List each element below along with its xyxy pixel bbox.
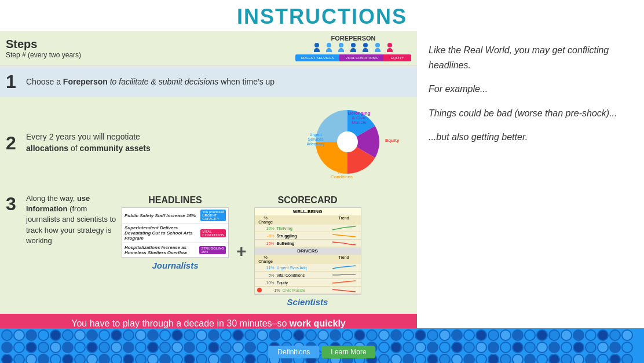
cat-vital: VITAL CONDITIONS [339,54,383,61]
footer-circles: Definitions Learn More [0,328,644,363]
right-text-2: For example... [429,82,632,97]
step2-row: 2 Every 2 years you will negotiatealloca… [0,98,417,188]
sc-row-struggling: -8% Struggling [255,232,361,240]
step1-row: 1 Choose a Foreperson to facilitate & su… [0,67,417,97]
cat-urgent: URGENT SERVICES [295,54,339,61]
tab-learn-more[interactable]: Learn More [321,346,375,358]
svg-text:Urgent: Urgent [309,133,321,137]
headline-badge-2: VITALCONDITIONS [200,229,226,237]
headlines-column: HEADLINES Public Safety Staff Increase 1… [122,193,229,273]
steps-title: Steps [6,38,81,51]
svg-text:Conditions: Conditions [331,174,353,179]
step3-content: Along the way, use information (from jou… [26,193,122,246]
headlines-title: HEADLINES [122,193,229,207]
left-panel: Steps Step # (every two years) FOREPERSO… [0,31,417,331]
person-icon-1 [312,43,322,53]
steps-header: Steps Step # (every two years) FOREPERSO… [0,31,417,65]
person-icon-3 [336,43,346,53]
headline-item-2: Superintendent Delivers Devastating Cut … [122,223,228,243]
sc-drivers: DRIVERS [255,247,361,255]
sc-row-vital: 5% Vital Conditions [255,272,361,279]
step2-number: 2 [6,133,26,154]
sc-row-suffering: -15% Suffering [255,240,361,247]
sc-row-thriving: 10% Thriving [255,225,361,232]
right-text-4: ...but also getting better. [429,130,632,145]
headline-item-1: Public Safety Staff Increase 15% You pri… [122,208,228,223]
step3-center: HEADLINES Public Safety Staff Increase 1… [122,193,411,309]
scorecard-box: WELL-BEING % Change Trend 10% Thriving [254,207,361,295]
person-icon-7 [385,43,395,53]
sc-row-equity: 10% Equity [255,279,361,287]
person-icon-2 [324,43,334,53]
footer-tabs: Definitions Learn More [268,346,375,358]
bottom-text: You have to play through a decade in 30 … [71,318,346,328]
scorecard-title: SCORECARD [254,193,361,207]
foreperson-label: FOREPERSON [331,35,375,42]
step2-content: Every 2 years you will negotiateallocati… [26,131,284,154]
category-bar: URGENT SERVICES VITAL CONDITIONS EQUITY [295,54,411,61]
steps-subtitle: Step # (every two years) [6,51,81,59]
step3-number: 3 [6,193,26,215]
sc-row-civic: -1% Civic Muscle [255,287,361,294]
pie-chart: Belonging & Civic Muscle Equity Vital Co… [284,104,411,182]
headline-text-3: Hospitalizations Increase as Homeless Sh… [125,245,197,255]
right-text-3: Things could be bad (worse than pre-shoc… [429,106,632,121]
svg-text:Equity: Equity [385,138,400,143]
sc-row-urgent: 11% Urgent Svcs Adq [255,264,361,272]
scorecard-column: SCORECARD WELL-BEING % Change Trend 10% … [254,193,361,309]
step3-row: 3 Along the way, use information (from j… [0,189,417,314]
headline-text-1: Public Safety Staff Increase 15% [125,213,199,218]
journalists-label: Journalists [122,258,229,273]
right-panel: Like the Real World, you may get conflic… [417,31,644,331]
step3-left: 3 Along the way, use information (from j… [6,193,122,246]
step1-number: 1 [6,71,26,93]
headline-badge-1: You prioritizedURGENTCAPACITY [200,210,226,221]
person-icon-4 [348,43,358,53]
foreperson-area: FOREPERSON [295,35,411,61]
scientists-label: Scientists [254,295,361,309]
sc-wellbeing: WELL-BEING [255,208,361,215]
page-title: INSTRUCTIONS [0,0,644,31]
headline-badge-3: STRUGGLING15% [199,246,226,254]
right-text: Like the Real World, you may get conflic… [429,43,632,145]
person-icon-5 [360,43,371,53]
right-text-1: Like the Real World, you may get conflic… [429,43,632,72]
svg-point-0 [337,131,358,152]
headlines-box: Public Safety Staff Increase 15% You pri… [122,207,229,258]
svg-text:Services: Services [308,137,324,141]
people-row [312,43,395,53]
person-icon-6 [372,43,383,53]
step1-content: Choose a Foreperson to facilitate & subm… [26,76,411,88]
headline-text-2: Superintendent Delivers Devastating Cut … [125,225,199,241]
svg-text:Adequacy: Adequacy [306,142,325,146]
tab-definitions[interactable]: Definitions [268,346,319,358]
plus-sign: + [233,241,250,261]
svg-text:Muscle: Muscle [352,120,367,125]
headline-item-3: Hospitalizations Increase as Homeless Sh… [122,243,228,258]
cat-equity: EQUITY [383,54,411,61]
